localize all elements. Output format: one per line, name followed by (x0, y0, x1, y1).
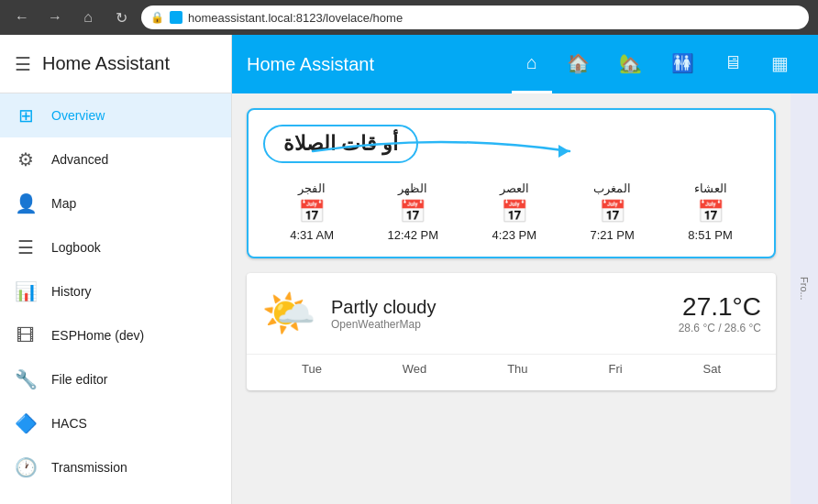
tab-network[interactable]: ▦ (757, 35, 803, 93)
weather-icon: 🌤️ (261, 288, 316, 339)
nav-label-file-editor: File editor (51, 372, 107, 387)
favicon (170, 11, 182, 24)
weather-day: Fri (608, 362, 622, 376)
weather-info: Partly cloudy OpenWeatherMap (331, 297, 664, 331)
side-panel: Fro... (790, 93, 818, 504)
sidebar-title: Home Assistant (42, 53, 170, 74)
prayer-value: 8:51 PM (688, 228, 732, 242)
nav-label-overview: Overview (51, 108, 105, 123)
address-text: homeassistant.local:8123/lovelace/home (188, 11, 403, 25)
nav-icon-logbook: ☰ (15, 236, 37, 258)
content-area: أو قات الصلاة العشاء 📅 8:51 PM المغرب 📅 … (232, 93, 818, 504)
tab-home[interactable]: ⌂ (512, 35, 552, 93)
sidebar-item-overview[interactable]: ⊞Overview (0, 93, 231, 137)
nav-icon-overview: ⊞ (15, 104, 37, 126)
tab-bath[interactable]: 🚻 (657, 35, 709, 93)
calendar-icon: 📅 (697, 199, 724, 225)
weather-temp-block: 27.1°C 28.6 °C / 28.6 °C (679, 292, 761, 334)
prayer-value: 7:21 PM (590, 228, 634, 242)
weather-day: Tue (302, 362, 322, 376)
sidebar: ☰ Home Assistant ⊞Overview⚙Advanced👤Map☰… (0, 35, 232, 504)
sidebar-item-esphome[interactable]: 🎞ESPHome (dev) (0, 313, 231, 357)
prayer-name: العصر (500, 181, 529, 195)
prayer-value: 12:42 PM (387, 228, 438, 242)
prayer-title: أو قات الصلاة (263, 125, 418, 163)
sidebar-item-history[interactable]: 📊History (0, 269, 231, 313)
prayer-value: 4:31 AM (290, 228, 334, 242)
prayer-card: أو قات الصلاة العشاء 📅 8:51 PM المغرب 📅 … (247, 108, 776, 258)
main-content: Home Assistant ⌂ 🏠 🏡 🚻 🖥 ▦ أو قات الصلاة (232, 35, 818, 504)
back-button[interactable]: ← (9, 5, 35, 30)
forward-button[interactable]: → (42, 5, 68, 30)
reload-button[interactable]: ↻ (108, 5, 134, 30)
prayer-time-item: الظهر 📅 12:42 PM (387, 181, 438, 242)
browser-chrome: ← → ⌂ ↻ 🔒 homeassistant.local:8123/lovel… (0, 0, 818, 35)
nav-icon-map: 👤 (15, 192, 37, 214)
sidebar-header: ☰ Home Assistant (0, 35, 231, 93)
prayer-value: 4:23 PM (492, 228, 536, 242)
prayer-time-item: المغرب 📅 7:21 PM (590, 181, 634, 242)
nav-icon-file-editor: 🔧 (15, 368, 37, 390)
hamburger-icon[interactable]: ☰ (15, 53, 31, 75)
nav-label-history: History (51, 284, 92, 299)
prayer-name: المغرب (593, 181, 631, 195)
sidebar-item-transmission[interactable]: 🕐Transmission (0, 445, 231, 489)
calendar-icon: 📅 (501, 199, 528, 225)
tab-house[interactable]: 🏡 (604, 35, 657, 93)
weather-days: TueWedThuFriSat (247, 354, 776, 390)
sidebar-item-file-editor[interactable]: 🔧File editor (0, 357, 231, 401)
svg-marker-0 (558, 145, 569, 158)
calendar-icon: 📅 (298, 199, 326, 225)
tab-floor[interactable]: 🏠 (552, 35, 604, 93)
prayer-name: الفجر (298, 181, 326, 195)
weather-source: OpenWeatherMap (331, 318, 664, 331)
weather-temp: 27.1°C (679, 292, 761, 322)
nav-icon-transmission: 🕐 (15, 456, 37, 478)
top-bar: Home Assistant ⌂ 🏠 🏡 🚻 🖥 ▦ (232, 35, 818, 93)
content-main: أو قات الصلاة العشاء 📅 8:51 PM المغرب 📅 … (232, 93, 790, 504)
weather-condition: Partly cloudy (331, 297, 664, 318)
calendar-icon: 📅 (599, 199, 626, 225)
calendar-icon: 📅 (399, 199, 426, 225)
prayer-times: العشاء 📅 8:51 PM المغرب 📅 7:21 PM العصر … (263, 181, 759, 242)
prayer-name: العشاء (694, 181, 727, 195)
nav-label-map: Map (51, 196, 76, 211)
sidebar-item-advanced[interactable]: ⚙Advanced (0, 137, 231, 181)
nav-label-esphome: ESPHome (dev) (51, 328, 144, 343)
nav-icon-hacs: 🔷 (15, 412, 37, 434)
nav-icon-advanced: ⚙ (15, 148, 37, 170)
nav-icon-esphome: 🎞 (15, 325, 37, 346)
prayer-name: الظهر (398, 181, 427, 195)
nav-label-advanced: Advanced (51, 152, 108, 167)
prayer-time-item: الفجر 📅 4:31 AM (290, 181, 334, 242)
weather-day: Thu (507, 362, 527, 376)
nav-label-transmission: Transmission (51, 460, 127, 475)
weather-day: Wed (403, 362, 427, 376)
tab-nav: ⌂ 🏠 🏡 🚻 🖥 ▦ (512, 35, 803, 93)
address-bar[interactable]: 🔒 homeassistant.local:8123/lovelace/home (141, 5, 809, 29)
nav-label-hacs: HACS (51, 416, 87, 431)
prayer-time-item: العشاء 📅 8:51 PM (688, 181, 732, 242)
sidebar-item-logbook[interactable]: ☰Logbook (0, 225, 231, 269)
prayer-time-item: العصر 📅 4:23 PM (492, 181, 536, 242)
security-icon: 🔒 (150, 11, 164, 24)
app-layout: ☰ Home Assistant ⊞Overview⚙Advanced👤Map☰… (0, 35, 818, 504)
tab-monitor[interactable]: 🖥 (709, 35, 757, 93)
side-panel-label: Fro... (799, 277, 810, 301)
weather-range: 28.6 °C / 28.6 °C (679, 322, 761, 334)
nav-label-logbook: Logbook (51, 240, 101, 255)
weather-card: 🌤️ Partly cloudy OpenWeatherMap 27.1°C 2… (247, 273, 776, 390)
sidebar-nav: ⊞Overview⚙Advanced👤Map☰Logbook📊History🎞E… (0, 93, 231, 504)
nav-icon-history: 📊 (15, 280, 37, 302)
sidebar-item-hacs[interactable]: 🔷HACS (0, 401, 231, 445)
weather-card-inner: 🌤️ Partly cloudy OpenWeatherMap 27.1°C 2… (247, 273, 776, 354)
top-bar-title: Home Assistant (247, 54, 512, 75)
weather-day: Sat (703, 362, 722, 376)
home-button[interactable]: ⌂ (75, 5, 101, 30)
sidebar-item-map[interactable]: 👤Map (0, 181, 231, 225)
